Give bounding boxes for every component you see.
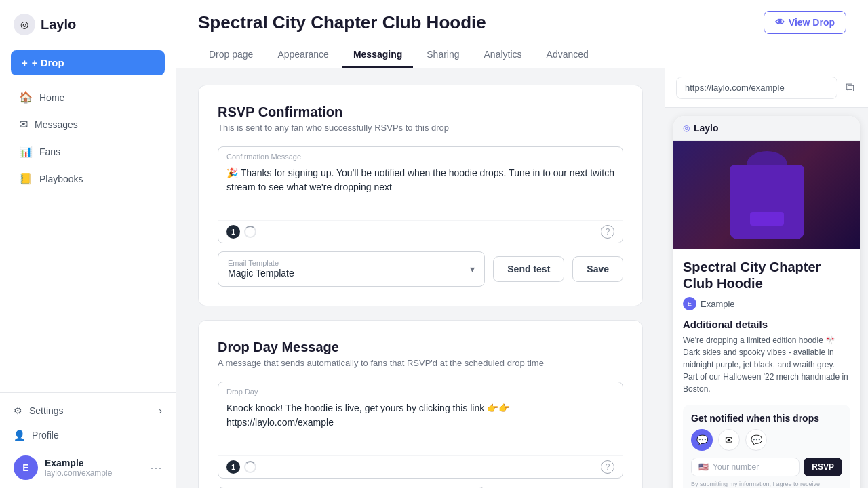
- notify-title: Get notified when this drops: [691, 413, 842, 424]
- rsvp-card: RSVP Confirmation This is sent to any fa…: [198, 85, 643, 306]
- more-icon: ⋯: [150, 460, 162, 475]
- notify-icons: 💬 ✉ 💬: [691, 429, 842, 451]
- phone-preview: ◎ Laylo Spectral City Chapter Club Hoodi…: [665, 108, 868, 488]
- notify-sms-icon[interactable]: 💬: [691, 429, 713, 451]
- drop-button[interactable]: + + Drop: [11, 50, 165, 75]
- drop-day-char-count: 1: [226, 460, 256, 474]
- chevron-down-icon: ▾: [470, 264, 475, 274]
- avatar: E: [14, 455, 38, 480]
- drop-day-subtitle: A message that sends automatically to fa…: [218, 358, 623, 368]
- user-url: laylo.com/example: [45, 468, 143, 478]
- sidebar-nav: 🏠 Home ✉ Messages 📊 Fans 📒 Playbooks: [0, 83, 176, 192]
- help-icon[interactable]: ?: [601, 225, 614, 239]
- email-template-label: Email Template: [228, 259, 294, 267]
- eye-icon: 👁: [775, 17, 785, 28]
- flag-icon: 🇺🇸: [698, 462, 709, 472]
- rsvp-title: RSVP Confirmation: [218, 104, 623, 120]
- rsvp-textarea-wrap: Confirmation Message 🎉 Thanks for signin…: [218, 146, 623, 243]
- phone-body: Spectral City Chapter Club Hoodie E Exam…: [673, 249, 860, 488]
- drop-day-textarea-label: Drop Day: [218, 382, 623, 399]
- additional-details-text: We're dropping a limited edition hoodie …: [683, 334, 850, 395]
- phone-placeholder: Your number: [713, 462, 759, 472]
- hoodie-illustration: [730, 151, 804, 239]
- drop-day-textarea[interactable]: Knock knock! The hoodie is live, get you…: [218, 399, 623, 453]
- fans-icon: 📊: [19, 145, 33, 158]
- chevron-right-icon: ›: [159, 405, 162, 416]
- tab-advanced[interactable]: Advanced: [536, 42, 599, 68]
- rsvp-char-count: 1: [226, 225, 256, 239]
- home-icon: 🏠: [19, 91, 33, 104]
- phone-input-row: 🇺🇸 Your number RSVP: [691, 458, 842, 476]
- drop-day-textarea-footer: 1 ?: [218, 455, 623, 478]
- drop-icon: +: [22, 57, 28, 68]
- phone-number-input[interactable]: 🇺🇸 Your number: [691, 458, 800, 476]
- tab-analytics[interactable]: Analytics: [473, 42, 533, 68]
- brand-name: Example: [701, 299, 735, 309]
- rsvp-button[interactable]: RSVP: [804, 458, 842, 476]
- rsvp-email-template-select[interactable]: Email Template Magic Template ▾: [218, 251, 485, 287]
- messages-icon: ✉: [19, 118, 28, 131]
- notify-email-icon[interactable]: ✉: [718, 429, 740, 451]
- tabs: Drop page Appearance Messaging Sharing A…: [198, 42, 846, 68]
- sidebar-item-fans[interactable]: 📊 Fans: [5, 138, 170, 165]
- phone-logo-text: Laylo: [694, 123, 719, 134]
- content-area: RSVP Confirmation This is sent to any fa…: [176, 68, 868, 488]
- laylo-logo-icon: ◎: [14, 14, 35, 35]
- tab-drop-page[interactable]: Drop page: [198, 42, 264, 68]
- char-badge: 1: [226, 225, 240, 239]
- profile-item[interactable]: 👤 Profile: [0, 423, 176, 447]
- sidebar-bottom: ⚙ Settings › 👤 Profile E Example laylo.c…: [0, 392, 176, 488]
- phone-product-title: Spectral City Chapter Club Hoodie: [683, 259, 850, 291]
- drop-day-card: Drop Day Message A message that sends au…: [198, 320, 643, 488]
- main-content: Spectral City Chapter Club Hoodie 👁 View…: [176, 0, 868, 488]
- phone-disclaimer: By submitting my information, I agree to…: [691, 481, 842, 488]
- profile-icon: 👤: [14, 430, 25, 441]
- view-drop-button[interactable]: 👁 View Drop: [764, 11, 846, 34]
- user-name: Example: [45, 458, 143, 468]
- copy-url-button[interactable]: ⧉: [843, 78, 857, 98]
- settings-item[interactable]: ⚙ Settings ›: [0, 399, 176, 423]
- drop-day-loading-spinner: [244, 461, 256, 473]
- top-bar: Spectral City Chapter Club Hoodie 👁 View…: [176, 0, 868, 68]
- sidebar-logo: ◎ Laylo: [0, 0, 176, 42]
- rsvp-send-test-button[interactable]: Send test: [493, 256, 564, 282]
- sidebar: ◎ Laylo + + Drop 🏠 Home ✉ Messages 📊 Fan…: [0, 0, 176, 488]
- rsvp-save-button[interactable]: Save: [572, 256, 623, 282]
- rsvp-textarea[interactable]: 🎉 Thanks for signing up. You'll be notif…: [218, 163, 623, 218]
- page-title: Spectral City Chapter Club Hoodie: [198, 12, 486, 33]
- tab-appearance[interactable]: Appearance: [267, 42, 340, 68]
- rsvp-textarea-label: Confirmation Message: [218, 147, 623, 163]
- sidebar-item-playbooks[interactable]: 📒 Playbooks: [5, 165, 170, 192]
- messaging-panel: RSVP Confirmation This is sent to any fa…: [176, 68, 665, 488]
- product-image: [673, 141, 860, 249]
- url-bar: ⧉: [665, 68, 868, 108]
- logo-text: Laylo: [41, 17, 76, 33]
- drop-day-char-badge: 1: [226, 460, 240, 474]
- notify-section: Get notified when this drops 💬 ✉ 💬 🇺🇸 Yo…: [683, 405, 850, 488]
- user-profile[interactable]: E Example laylo.com/example ⋯: [0, 447, 176, 488]
- loading-spinner: [244, 226, 256, 238]
- tab-messaging[interactable]: Messaging: [342, 42, 413, 68]
- preview-panel: ⧉ ◎ Laylo: [665, 68, 868, 488]
- brand-icon: E: [683, 297, 696, 310]
- drop-day-title: Drop Day Message: [218, 340, 623, 355]
- drop-day-textarea-wrap: Drop Day Knock knock! The hoodie is live…: [218, 382, 623, 479]
- phone-header: ◎ Laylo: [673, 116, 860, 141]
- phone-frame: ◎ Laylo Spectral City Chapter Club Hoodi…: [673, 116, 860, 488]
- drop-day-help-icon[interactable]: ?: [601, 460, 614, 474]
- tab-sharing[interactable]: Sharing: [416, 42, 470, 68]
- playbooks-icon: 📒: [19, 172, 33, 185]
- settings-icon: ⚙: [14, 405, 22, 416]
- url-input[interactable]: [676, 77, 837, 99]
- rsvp-subtitle: This is sent to any fan who successfully…: [218, 123, 623, 133]
- additional-details-title: Additional details: [683, 319, 850, 330]
- notify-chat-icon[interactable]: 💬: [745, 429, 767, 451]
- top-header: Spectral City Chapter Club Hoodie 👁 View…: [198, 0, 846, 42]
- sidebar-item-home[interactable]: 🏠 Home: [5, 84, 170, 110]
- rsvp-textarea-footer: 1 ?: [218, 220, 623, 243]
- email-template-value: Magic Template: [228, 268, 294, 279]
- sidebar-item-messages[interactable]: ✉ Messages: [5, 111, 170, 138]
- phone-brand: E Example: [683, 297, 850, 310]
- rsvp-actions: Email Template Magic Template ▾ Send tes…: [218, 251, 623, 287]
